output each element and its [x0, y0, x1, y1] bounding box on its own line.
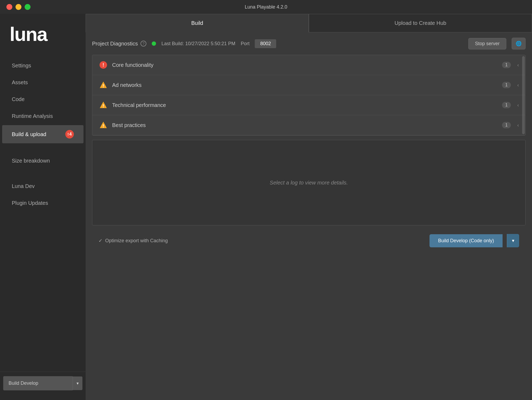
window-title: Luna Playable 4.2.0	[245, 4, 287, 10]
svg-text:!: !	[102, 103, 104, 109]
build-develop-code-only-button[interactable]: Build Develop (Code only)	[430, 234, 503, 247]
sidebar-item-code[interactable]: Code	[2, 91, 83, 107]
project-header: Project Diagnostics ? Last Build: 10/27/…	[86, 32, 532, 55]
project-diagnostics-title: Project Diagnostics ?	[92, 41, 146, 47]
chevron-icon: ‹	[517, 82, 519, 88]
build-develop-button[interactable]: Build Develop	[3, 376, 73, 390]
footer-row: ✓ Optimize export with Caching Build Dev…	[92, 230, 526, 252]
diag-label-best-practices: Best practices	[112, 122, 495, 128]
build-develop-dropdown[interactable]: ▾	[73, 376, 82, 390]
svg-text:!: !	[102, 124, 104, 129]
sidebar-item-runtime-analysis[interactable]: Runtime Analysis	[2, 108, 83, 124]
sidebar: luna Settings Assets Code Runtime Analys…	[0, 14, 86, 400]
sidebar-item-label: Build & upload	[12, 131, 46, 137]
sidebar-item-size-breakdown[interactable]: Size breakdown	[2, 153, 83, 169]
log-panel: Select a log to view more details.	[92, 140, 526, 225]
optimize-export-checkbox[interactable]: ✓ Optimize export with Caching	[98, 238, 168, 244]
diag-label-core-functionality: Core functionality	[112, 62, 495, 68]
sidebar-item-label: Plugin Updates	[12, 200, 48, 206]
diag-count-best-practices: 1	[502, 122, 511, 128]
diag-count-technical-performance: 1	[502, 102, 511, 108]
chevron-icon: ‹	[517, 62, 519, 68]
tab-upload[interactable]: Upload to Create Hub	[309, 14, 532, 32]
build-upload-badge: !4	[65, 130, 74, 139]
diag-item-ad-networks[interactable]: ! Ad networks 1 ‹	[92, 75, 525, 95]
help-icon[interactable]: ?	[140, 41, 146, 47]
svg-text:!: !	[102, 83, 104, 89]
diag-label-technical-performance: Technical performance	[112, 102, 495, 108]
warning-icon: !	[99, 80, 108, 90]
stop-server-button[interactable]: Stop server	[468, 38, 506, 49]
sidebar-item-label: Settings	[12, 63, 31, 69]
globe-button[interactable]: 🌐	[512, 38, 526, 49]
sidebar-item-assets[interactable]: Assets	[2, 75, 83, 90]
globe-icon: 🌐	[516, 41, 522, 46]
diag-label-ad-networks: Ad networks	[112, 82, 495, 88]
title-bar: Luna Playable 4.2.0	[0, 0, 532, 14]
diagnostics-panel: ! Core functionality 1 ‹ ! Ad ne	[86, 55, 532, 400]
sidebar-item-label: Assets	[12, 79, 28, 86]
chevron-icon: ‹	[517, 102, 519, 108]
diag-count-ad-networks: 1	[502, 82, 511, 88]
diag-item-core-functionality[interactable]: ! Core functionality 1 ‹	[92, 55, 525, 75]
status-indicator	[152, 41, 156, 46]
logo: luna	[10, 25, 76, 44]
sidebar-item-luna-dev[interactable]: Luna Dev	[2, 178, 83, 194]
close-button[interactable]	[6, 4, 12, 10]
build-develop-code-only-dropdown[interactable]: ▾	[507, 234, 519, 247]
last-build-text: Last Build: 10/27/2022 5:50:21 PM	[161, 41, 235, 47]
sidebar-item-build-upload[interactable]: Build & upload !4	[2, 125, 83, 143]
scroll-bar[interactable]	[522, 56, 525, 134]
log-empty-text: Select a log to view more details.	[270, 180, 348, 186]
optimize-export-label: Optimize export with Caching	[105, 238, 168, 244]
diag-item-best-practices[interactable]: ! Best practices 1 ‹	[92, 115, 525, 135]
logo-area: luna	[0, 14, 86, 57]
app-body: luna Settings Assets Code Runtime Analys…	[0, 14, 532, 400]
sidebar-item-plugin-updates[interactable]: Plugin Updates	[2, 195, 83, 211]
nav-items: Settings Assets Code Runtime Analysis Bu…	[0, 57, 86, 372]
warning-icon: !	[99, 101, 108, 110]
port-label: Port	[241, 41, 249, 47]
build-button-row: Build Develop ▾	[3, 376, 82, 390]
tab-build[interactable]: Build	[86, 14, 309, 32]
svg-text:!: !	[102, 62, 104, 68]
sidebar-item-settings[interactable]: Settings	[2, 58, 83, 74]
minimize-button[interactable]	[16, 4, 21, 10]
window-controls	[6, 4, 31, 10]
diag-count-core-functionality: 1	[502, 62, 511, 68]
sidebar-item-label: Code	[12, 96, 25, 102]
tab-bar: Build Upload to Create Hub	[86, 14, 532, 32]
sidebar-bottom: Build Develop ▾	[0, 372, 86, 395]
warning-icon: !	[99, 121, 108, 130]
chevron-icon: ‹	[517, 122, 519, 128]
maximize-button[interactable]	[25, 4, 31, 10]
port-input[interactable]	[255, 39, 276, 48]
sidebar-item-label: Size breakdown	[12, 158, 50, 164]
sidebar-item-label: Luna Dev	[12, 183, 35, 189]
main-content: Build Upload to Create Hub Project Diagn…	[86, 14, 532, 400]
sidebar-item-label: Runtime Analysis	[12, 113, 53, 119]
checkbox-checkmark: ✓	[98, 238, 102, 244]
badge-icon: !	[67, 132, 69, 136]
diagnostics-list: ! Core functionality 1 ‹ ! Ad ne	[92, 55, 526, 136]
error-icon: !	[99, 60, 108, 70]
diag-item-technical-performance[interactable]: ! Technical performance 1 ‹	[92, 95, 525, 115]
